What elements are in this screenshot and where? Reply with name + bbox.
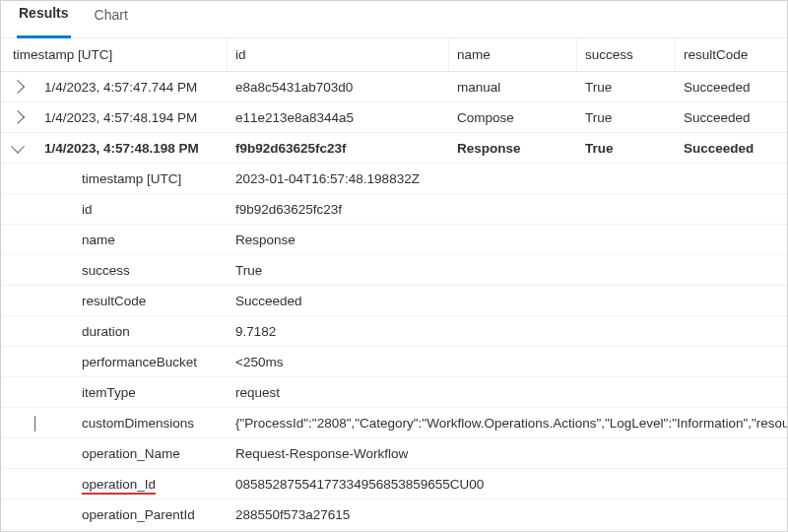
cell-id: f9b92d63625fc23f (228, 135, 449, 162)
detail-val-name: Response (228, 227, 787, 253)
detail-val-customdimensions: {"ProcessId":"2808","Category":"Workflow… (228, 410, 787, 436)
detail-val-success: True (228, 257, 787, 284)
col-success[interactable]: success (577, 38, 676, 71)
detail-val-operation-name: Request-Response-Workflow (228, 440, 787, 467)
cell-resultcode: Succeeded (676, 135, 788, 162)
cell-timestamp: 1/4/2023, 4:57:48.194 PM (36, 104, 205, 131)
cell-name: manual (449, 74, 577, 100)
detail-key-operation-parentid: operation_ParentId (48, 507, 228, 522)
table-row-expanded[interactable]: 1/4/2023, 4:57:48.198 PM f9b92d63625fc23… (1, 133, 787, 164)
results-table: timestamp [UTC] id name success resultCo… (1, 38, 787, 530)
detail-val-timestamp: 2023-01-04T16:57:48.198832Z (228, 166, 787, 192)
col-id[interactable]: id (228, 38, 449, 71)
detail-val-id: f9b92d63625fc23f (228, 196, 787, 223)
tab-results[interactable]: Results (17, 0, 71, 38)
chevron-right-icon[interactable] (34, 416, 35, 432)
detail-val-resultcode: Succeeded (228, 288, 787, 314)
detail-key-operation-name: operation_Name (48, 446, 228, 461)
table-row[interactable]: 1/4/2023, 4:57:47.744 PM e8a8c5431ab703d… (1, 72, 787, 102)
cell-success: True (577, 135, 676, 162)
detail-key-customdimensions: customDimensions (48, 416, 228, 431)
table-header: timestamp [UTC] id name success resultCo… (1, 38, 787, 72)
detail-val-performancebucket: <250ms (228, 349, 787, 375)
detail-key-success: success (48, 263, 228, 278)
detail-key-duration: duration (48, 324, 228, 339)
col-timestamp[interactable]: timestamp [UTC] (1, 38, 228, 71)
detail-key-name: name (48, 233, 228, 247)
detail-val-operation-id: 08585287554177334956853859655CU00 (228, 471, 787, 498)
results-panel: Results Chart timestamp [UTC] id name su… (0, 0, 788, 532)
cell-id: e8a8c5431ab703d0 (228, 74, 449, 100)
cell-resultcode: Succeeded (676, 74, 788, 100)
cell-name: Compose (449, 104, 577, 131)
cell-id: e11e213e8a8344a5 (228, 104, 449, 131)
chevron-right-icon[interactable] (11, 110, 25, 124)
detail-key-resultcode: resultCode (48, 294, 228, 308)
cell-timestamp: 1/4/2023, 4:57:48.198 PM (36, 135, 207, 162)
row-details: timestamp [UTC]2023-01-04T16:57:48.19883… (1, 164, 787, 530)
cell-name: Response (449, 135, 577, 162)
table-row[interactable]: 1/4/2023, 4:57:48.194 PM e11e213e8a8344a… (1, 102, 787, 133)
cell-success: True (577, 74, 676, 100)
col-resultcode[interactable]: resultCode (676, 38, 788, 71)
tabs-bar: Results Chart (1, 1, 787, 38)
detail-key-itemtype: itemType (48, 385, 228, 400)
detail-key-timestamp: timestamp [UTC] (48, 171, 228, 186)
detail-val-itemtype: request (228, 379, 787, 406)
detail-key-performancebucket: performanceBucket (48, 355, 228, 369)
col-name[interactable]: name (449, 38, 577, 71)
chevron-right-icon[interactable] (11, 80, 25, 94)
tab-chart[interactable]: Chart (93, 0, 130, 37)
detail-val-operation-parentid: 288550f573a27615 (228, 501, 787, 528)
detail-val-duration: 9.7182 (228, 318, 787, 345)
detail-key-operation-id: operation_Id (48, 477, 228, 492)
chevron-down-icon[interactable] (11, 140, 25, 154)
detail-key-id: id (48, 202, 228, 217)
cell-resultcode: Succeeded (676, 104, 788, 131)
cell-success: True (577, 104, 676, 131)
cell-timestamp: 1/4/2023, 4:57:47.744 PM (36, 74, 205, 100)
